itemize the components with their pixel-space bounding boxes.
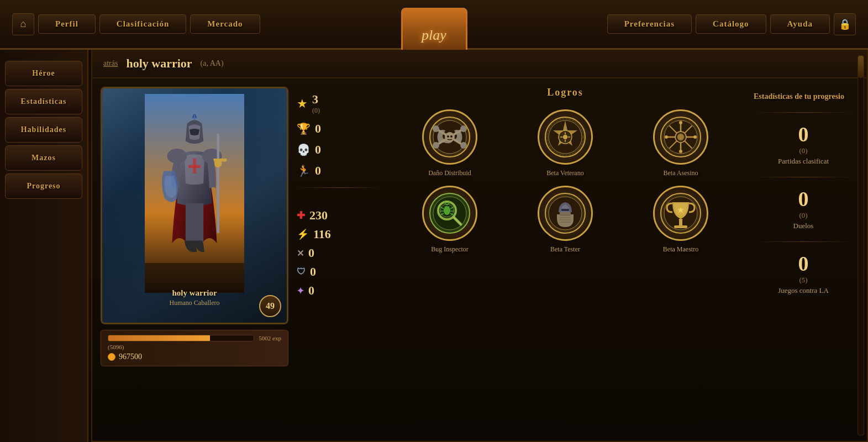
right-divider-3: [754, 241, 853, 242]
assassin-badge-svg: [659, 115, 703, 159]
main-content: atrás holy warrior (a, AA): [91, 50, 868, 442]
hero-bottom-bar: 5002 exp (5096) 967500: [101, 330, 288, 366]
achievement-beta-maestro[interactable]: Beta Maestro: [627, 186, 734, 254]
skull-icon: 💀: [297, 143, 311, 156]
trophies-stat: 🏆 0: [297, 122, 382, 136]
maestro-badge-svg: [659, 191, 703, 235]
knight-illustration: [139, 94, 250, 293]
svg-point-20: [447, 135, 449, 138]
svg-point-18: [460, 142, 467, 149]
duels-value: 0: [798, 188, 809, 209]
nav-item-preferencias[interactable]: Preferencias: [607, 14, 692, 34]
achievements-grid: Daño Distribuid: [391, 104, 740, 259]
achievement-label-bug: Bug Inspector: [431, 245, 469, 254]
magic-icon: ✦: [297, 286, 304, 296]
right-divider-1: [754, 112, 853, 113]
duels-label: Duelos: [793, 222, 814, 230]
achievement-beta-assassin[interactable]: Beta Asesino: [627, 109, 734, 177]
svg-rect-6: [217, 134, 220, 233]
magic-value: 0: [308, 283, 314, 298]
nav-right-group: Preferencias Catálogo Ayuda 🔒: [606, 13, 857, 35]
sidebar-item-habilidades[interactable]: Habilidades: [5, 117, 82, 143]
trophies-value: 0: [315, 122, 321, 136]
gold-amount: 967500: [119, 352, 142, 361]
exp-max: (5096): [108, 344, 124, 350]
exp-bar-container: 5002 exp: [108, 335, 281, 341]
hero-card: holy warrior Humano Caballero 49: [101, 87, 288, 324]
stars-stat: ★ 3 (0): [297, 92, 382, 115]
svg-point-35: [679, 121, 682, 124]
achievement-label-assassin: Beta Asesino: [664, 169, 698, 177]
achievement-badge-veteran: [538, 109, 593, 165]
hero-card-name: holy warrior: [172, 288, 217, 298]
back-button[interactable]: atrás: [103, 59, 118, 68]
magic-row: ✦ 0: [297, 283, 382, 298]
exp-current: 5002 exp: [259, 335, 281, 341]
classified-games-value: 0: [798, 124, 809, 145]
sidebar: Héroe Estadísticas Habilidades Mazos Pro…: [0, 50, 88, 442]
svg-point-25: [563, 135, 567, 139]
svg-rect-10: [193, 203, 203, 243]
damage-badge-svg: [428, 115, 472, 159]
runs-value: 0: [315, 164, 321, 178]
right-stats-section: Estadísticas de tu progresio 0 (0) Parti…: [748, 87, 859, 433]
achievement-bug-inspector[interactable]: Bug Inspector: [396, 186, 503, 254]
defense-value: 0: [310, 265, 316, 279]
svg-rect-3: [188, 165, 201, 168]
ai-games-label: Juegos contra LA: [778, 286, 829, 295]
sidebar-item-estadisticas[interactable]: Estadísticas: [5, 89, 82, 114]
defense-row: 🛡 0: [297, 265, 382, 279]
duels-sub: (0): [799, 211, 807, 220]
classified-games-sub: (0): [799, 146, 807, 155]
achievement-beta-tester[interactable]: Beta Tester: [512, 186, 619, 254]
sidebar-item-heroe[interactable]: Héroe: [5, 61, 82, 86]
achievement-damage[interactable]: Daño Distribuid: [396, 109, 503, 177]
sidebar-item-mazos[interactable]: Mazos: [5, 145, 82, 171]
achievement-badge-damage: [422, 109, 477, 165]
stats-divider: [297, 187, 382, 188]
progress-stats-title: Estadísticas de tu progresio: [754, 92, 853, 101]
nav-left-group: ⌂ Perfil Clasificación Mercado: [11, 13, 261, 35]
achievement-beta-veteran[interactable]: Beta Veterano: [512, 109, 619, 177]
lock-icon[interactable]: 🔒: [834, 13, 856, 35]
hero-card-section: holy warrior Humano Caballero 49 5002 ex…: [101, 87, 288, 433]
mana-value: 116: [313, 227, 331, 241]
svg-point-16: [460, 125, 467, 132]
nav-item-ayuda[interactable]: Ayuda: [770, 14, 830, 34]
svg-point-37: [665, 135, 668, 139]
stars-value: 3: [312, 92, 320, 107]
hero-level-badge: 49: [259, 295, 281, 317]
achievements-section: Logros: [391, 87, 740, 433]
combat-stats: ✚ 230 ⚡ 116 ✕ 0 🛡 0 ✦ 0: [297, 208, 382, 298]
defense-icon: 🛡: [297, 267, 306, 277]
right-stat-classified: 0 (0) Partidas clasificat: [754, 124, 853, 166]
hp-icon: ✚: [297, 209, 305, 222]
svg-rect-60: [561, 209, 569, 211]
nav-item-catalogo[interactable]: Catálogo: [696, 14, 766, 34]
right-stat-ai-games: 0 (5) Juegos contra LA: [754, 253, 853, 295]
hero-card-image: [102, 88, 287, 323]
tester-badge-svg: [543, 191, 587, 235]
hp-value: 230: [309, 208, 328, 223]
hero-stats-column: ★ 3 (0) 🏆 0 💀 0 🏃 0 ✚: [297, 87, 382, 433]
svg-point-38: [693, 135, 697, 139]
nav-item-clasificacion[interactable]: Clasificación: [99, 14, 187, 34]
achievement-badge-bug: [422, 186, 477, 241]
mana-icon: ⚡: [297, 228, 309, 240]
svg-rect-68: [674, 225, 687, 228]
svg-point-46: [448, 205, 449, 207]
achievement-label-maestro: Beta Maestro: [663, 245, 698, 254]
attack-icon: ✕: [297, 248, 304, 259]
nav-item-mercado[interactable]: Mercado: [190, 14, 260, 34]
achievement-badge-maestro: [653, 186, 708, 241]
scrollbar-track[interactable]: [858, 78, 864, 435]
home-icon[interactable]: ⌂: [12, 13, 34, 35]
svg-point-21: [450, 135, 453, 138]
svg-rect-67: [679, 219, 682, 225]
nav-item-perfil[interactable]: Perfil: [38, 14, 96, 34]
gold-row: 967500: [108, 352, 281, 361]
achievement-label-veteran: Beta Veterano: [546, 169, 583, 177]
right-stat-duels: 0 (0) Duelos: [754, 188, 853, 230]
achievement-badge-assassin: [653, 109, 708, 165]
sidebar-item-progreso[interactable]: Progreso: [5, 173, 82, 199]
